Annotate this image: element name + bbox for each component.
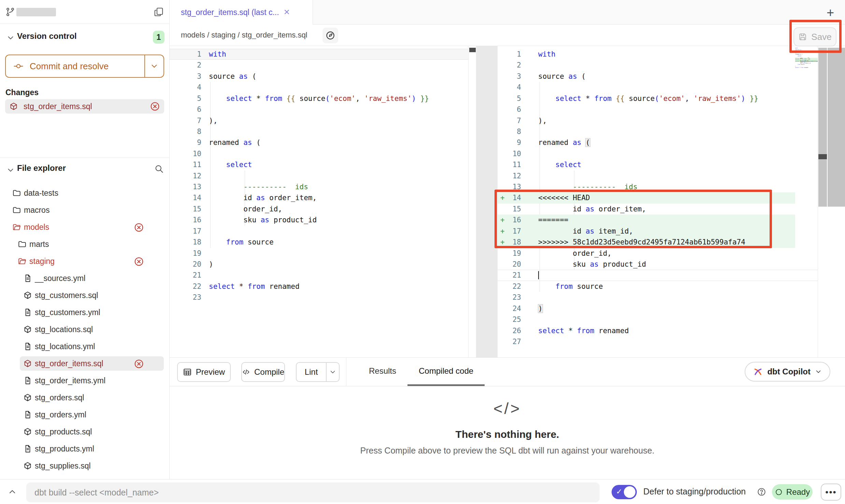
code-line[interactable]: 22 from source xyxy=(498,281,818,292)
code-line[interactable]: 1with xyxy=(498,49,818,60)
chevron-down-icon[interactable] xyxy=(6,33,15,42)
close-icon[interactable]: × xyxy=(284,7,290,17)
code-line[interactable]: 18 from source xyxy=(170,237,468,248)
tab-compiled-code[interactable]: Compiled code xyxy=(407,358,485,386)
code-line[interactable]: +18>>>>>>> 58c1dd23d5eebd9cd2495fa7124ab… xyxy=(498,237,818,248)
code-line[interactable]: 10 xyxy=(498,148,818,159)
code-line[interactable]: 26select * from renamed xyxy=(498,325,818,336)
lint-dropdown[interactable] xyxy=(326,363,339,381)
code-line[interactable]: 15 order_id, xyxy=(170,204,468,214)
code-line[interactable]: 7), xyxy=(170,115,468,126)
file-tree-item-stg-customers-yml[interactable]: stg_customers.yml xyxy=(0,305,169,320)
discard-change-icon[interactable] xyxy=(150,101,160,112)
file-tree-item-stg-products-sql[interactable]: stg_products.sql xyxy=(0,425,169,439)
help-icon[interactable] xyxy=(757,487,766,496)
code-line[interactable]: 6 xyxy=(170,104,468,115)
file-tree-item-marts[interactable]: marts xyxy=(0,237,169,251)
file-tree-item-stg-locations-sql[interactable]: stg_locations.sql xyxy=(0,322,169,337)
code-line[interactable]: 11 select xyxy=(170,159,468,170)
code-line[interactable]: 12 xyxy=(498,171,818,181)
pane-divider[interactable] xyxy=(476,46,498,357)
code-line[interactable]: 2 xyxy=(498,60,818,71)
right-scrollbar-thumb[interactable] xyxy=(818,154,827,159)
file-tree-item-stg-customers-sql[interactable]: stg_customers.sql xyxy=(0,288,169,302)
code-line[interactable]: 8 xyxy=(170,126,468,137)
code-line[interactable]: 25 xyxy=(498,314,818,325)
more-options-button[interactable]: ••• xyxy=(821,484,841,501)
dbt-command-input[interactable]: dbt build --select <model_name> xyxy=(26,483,600,502)
file-tree-item-stg-locations-yml[interactable]: stg_locations.yml xyxy=(0,339,169,354)
code-line[interactable]: 11 select xyxy=(498,159,818,170)
code-line[interactable]: 5 select * from {{ source('ecom', 'raw_i… xyxy=(170,93,468,104)
code-line[interactable]: 24) xyxy=(498,303,818,314)
commit-options-dropdown[interactable] xyxy=(144,55,163,77)
defer-toggle[interactable]: ✓ xyxy=(612,485,637,499)
code-line[interactable]: 4 xyxy=(170,82,468,93)
file-tree-item--sources-yml[interactable]: __sources.yml xyxy=(0,271,169,285)
file-tree-item-stg-orders-yml[interactable]: stg_orders.yml xyxy=(0,407,169,422)
search-icon[interactable] xyxy=(154,164,164,174)
code-line[interactable]: 7), xyxy=(498,115,818,126)
file-tree-item-stg-orders-sql[interactable]: stg_orders.sql xyxy=(0,390,169,405)
code-line[interactable]: 14 id as order_item, xyxy=(170,192,468,203)
code-line[interactable]: 17 xyxy=(170,226,468,237)
right-scrollbar-track[interactable] xyxy=(818,48,827,207)
code-line[interactable]: 9renamed as ( xyxy=(498,137,818,148)
editor-scrollbar[interactable] xyxy=(468,46,476,357)
code-line[interactable]: 27 xyxy=(498,336,818,347)
chevron-down-icon[interactable] xyxy=(6,166,15,175)
new-tab-button[interactable]: + xyxy=(823,5,837,20)
code-line[interactable]: 15 id as order_item, xyxy=(498,204,818,214)
code-line[interactable]: 12 xyxy=(170,171,468,181)
code-line[interactable]: 23 xyxy=(170,292,468,303)
code-line[interactable]: 5 select * from {{ source('ecom', 'raw_i… xyxy=(498,93,818,104)
code-line[interactable]: 2 xyxy=(170,60,468,71)
preview-button[interactable]: Preview xyxy=(177,362,231,382)
lint-button[interactable]: Lint xyxy=(297,363,326,381)
editor-pane-right[interactable]: withsource as ( select * from {{ source(… xyxy=(498,46,818,357)
window-scrollbar-track[interactable] xyxy=(828,48,845,207)
file-tree-item-data-tests[interactable]: data-tests xyxy=(0,186,169,200)
dbt-copilot-button[interactable]: dbt Copilot xyxy=(745,362,830,382)
code-line[interactable]: 20 sku as product_id xyxy=(498,259,818,270)
code-line[interactable]: 21 xyxy=(170,270,468,281)
conflict-x-icon[interactable] xyxy=(134,222,144,233)
file-tree-item-staging[interactable]: staging xyxy=(0,254,169,268)
file-tree-item-macros[interactable]: macros xyxy=(0,203,169,217)
file-tree-item-stg-supplies-sql[interactable]: stg_supplies.sql xyxy=(0,459,169,473)
file-tree-item-stg-order-items-sql[interactable]: stg_order_items.sql xyxy=(0,356,169,371)
scrollbar-thumb[interactable] xyxy=(469,48,476,52)
tab-results[interactable]: Results xyxy=(358,358,407,386)
copy-icon[interactable] xyxy=(154,7,164,17)
code-line[interactable]: 4 xyxy=(498,82,818,93)
code-line[interactable]: 8 xyxy=(498,126,818,137)
changed-file-item[interactable]: stg_order_items.sql xyxy=(5,99,164,114)
code-line[interactable]: 19 order_id, xyxy=(498,248,818,259)
code-line[interactable]: 13 ---------- ids xyxy=(498,181,818,192)
code-line[interactable]: 23 xyxy=(498,292,818,303)
compile-button[interactable]: Compile xyxy=(241,362,285,382)
conflict-x-icon[interactable] xyxy=(134,256,144,267)
chevron-up-icon[interactable] xyxy=(8,487,17,496)
conflict-x-icon[interactable] xyxy=(134,359,144,369)
code-line[interactable]: 13 ---------- ids xyxy=(170,181,468,192)
file-tree-item-models[interactable]: models xyxy=(0,220,169,234)
tab-stg-order-items[interactable]: stg_order_items.sql (last c... × xyxy=(170,0,313,25)
code-line[interactable]: 21 xyxy=(498,270,818,281)
code-line[interactable]: 6 xyxy=(498,104,818,115)
code-line[interactable]: +14<<<<<<< HEAD xyxy=(498,192,818,203)
code-line[interactable]: +16======= xyxy=(498,214,818,225)
code-line[interactable]: 10 xyxy=(170,148,468,159)
code-line[interactable]: 16 sku as product_id xyxy=(170,214,468,225)
editor-pane-left[interactable]: 1with23source as (45 select * from {{ so… xyxy=(170,46,468,357)
code-line[interactable]: 20) xyxy=(170,259,468,270)
save-button[interactable]: Save xyxy=(793,27,836,46)
code-line[interactable]: 3source as ( xyxy=(170,71,468,82)
code-line[interactable]: 1with xyxy=(170,49,468,60)
code-line[interactable]: 22select * from renamed xyxy=(170,281,468,292)
code-line[interactable]: 19 xyxy=(170,248,468,259)
lineage-button[interactable] xyxy=(323,28,338,43)
file-tree-item-stg-order-items-yml[interactable]: stg_order_items.yml xyxy=(0,373,169,388)
code-line[interactable]: 3source as ( xyxy=(498,71,818,82)
code-line[interactable]: 9renamed as ( xyxy=(170,137,468,148)
